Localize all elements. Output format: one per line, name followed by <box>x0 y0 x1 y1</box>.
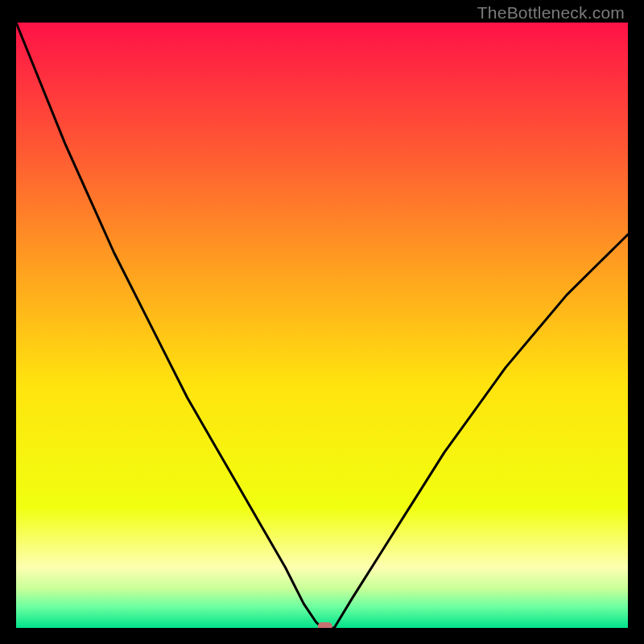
optimum-marker <box>318 622 332 628</box>
bottleneck-chart <box>16 23 628 628</box>
gradient-background <box>16 23 628 628</box>
plot-area <box>16 23 628 628</box>
chart-frame: TheBottleneck.com <box>0 0 644 644</box>
watermark-text: TheBottleneck.com <box>477 3 625 23</box>
